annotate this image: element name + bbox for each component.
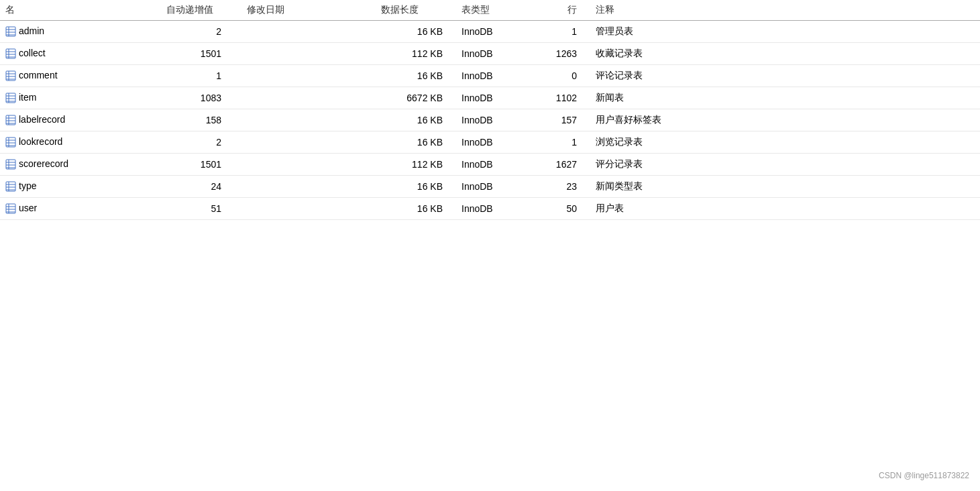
cell-name: collect (0, 43, 161, 65)
cell-rows: 1 (537, 21, 590, 43)
table-row[interactable]: comment116 KBInnoDB0评论记录表 (0, 65, 980, 87)
cell-modified-date (241, 87, 376, 109)
table-body: admin216 KBInnoDB1管理员表 collect1501112 KB… (0, 21, 980, 220)
cell-modified-date (241, 109, 376, 131)
cell-table-type: InnoDB (456, 198, 537, 220)
cell-data-size: 16 KB (376, 176, 456, 198)
table-icon (5, 93, 16, 103)
table-icon (5, 137, 16, 148)
cell-rows: 1263 (537, 43, 590, 65)
cell-name: lookrecord (0, 131, 161, 154)
cell-auto-increment: 158 (161, 109, 241, 131)
cell-modified-date (241, 21, 376, 43)
cell-rows: 23 (537, 176, 590, 198)
cell-auto-increment: 1 (161, 65, 241, 87)
watermark: CSDN @linge511873822 (879, 471, 969, 480)
cell-auto-increment: 1501 (161, 154, 241, 176)
cell-modified-date (241, 65, 376, 87)
cell-data-size: 16 KB (376, 131, 456, 154)
cell-auto-increment: 1083 (161, 87, 241, 109)
cell-auto-increment: 2 (161, 131, 241, 154)
col-header-modified-date: 修改日期 (241, 0, 376, 21)
cell-auto-increment: 2 (161, 21, 241, 43)
cell-table-type: InnoDB (456, 21, 537, 43)
cell-data-size: 16 KB (376, 109, 456, 131)
cell-table-type: InnoDB (456, 87, 537, 109)
cell-comment: 用户表 (590, 198, 980, 220)
col-header-data-size: 数据长度 (376, 0, 456, 21)
cell-name: item (0, 87, 161, 109)
col-header-table-type: 表类型 (456, 0, 537, 21)
cell-table-type: InnoDB (456, 109, 537, 131)
cell-modified-date (241, 131, 376, 154)
table-row[interactable]: admin216 KBInnoDB1管理员表 (0, 21, 980, 43)
cell-table-type: InnoDB (456, 65, 537, 87)
col-header-auto-increment: 自动递增值 (161, 0, 241, 21)
cell-name: labelrecord (0, 109, 161, 131)
cell-data-size: 16 KB (376, 21, 456, 43)
table-icon (5, 70, 16, 81)
cell-comment: 用户喜好标签表 (590, 109, 980, 131)
table-row[interactable]: collect1501112 KBInnoDB1263收藏记录表 (0, 43, 980, 65)
table-row[interactable]: user5116 KBInnoDB50用户表 (0, 198, 980, 220)
cell-comment: 新闻表 (590, 87, 980, 109)
table-icon (5, 159, 16, 170)
cell-rows: 1102 (537, 87, 590, 109)
cell-name: comment (0, 65, 161, 87)
cell-comment: 收藏记录表 (590, 43, 980, 65)
cell-comment: 评论记录表 (590, 65, 980, 87)
col-header-comment: 注释 (590, 0, 980, 21)
table-icon (5, 115, 16, 125)
cell-auto-increment: 24 (161, 176, 241, 198)
cell-comment: 评分记录表 (590, 154, 980, 176)
cell-rows: 50 (537, 198, 590, 220)
cell-modified-date (241, 154, 376, 176)
cell-name: scorerecord (0, 154, 161, 176)
cell-table-type: InnoDB (456, 43, 537, 65)
cell-comment: 新闻类型表 (590, 176, 980, 198)
cell-modified-date (241, 43, 376, 65)
cell-rows: 157 (537, 109, 590, 131)
cell-rows: 1627 (537, 154, 590, 176)
table-row[interactable]: labelrecord15816 KBInnoDB157用户喜好标签表 (0, 109, 980, 131)
table-row[interactable]: item10836672 KBInnoDB1102新闻表 (0, 87, 980, 109)
table-icon (5, 203, 16, 214)
cell-auto-increment: 51 (161, 198, 241, 220)
table-row[interactable]: scorerecord1501112 KBInnoDB1627评分记录表 (0, 154, 980, 176)
table-icon (5, 181, 16, 192)
cell-data-size: 16 KB (376, 198, 456, 220)
cell-table-type: InnoDB (456, 154, 537, 176)
table-row[interactable]: type2416 KBInnoDB23新闻类型表 (0, 176, 980, 198)
table-header-row: 名 自动递增值 修改日期 数据长度 表类型 行 注释 (0, 0, 980, 21)
cell-data-size: 6672 KB (376, 87, 456, 109)
cell-rows: 0 (537, 65, 590, 87)
cell-data-size: 112 KB (376, 43, 456, 65)
cell-rows: 1 (537, 131, 590, 154)
cell-comment: 浏览记录表 (590, 131, 980, 154)
table-icon (5, 48, 16, 59)
cell-modified-date (241, 198, 376, 220)
table-row[interactable]: lookrecord216 KBInnoDB1浏览记录表 (0, 131, 980, 154)
cell-name: type (0, 176, 161, 198)
database-tables-list: 名 自动递增值 修改日期 数据长度 表类型 行 注释 admin216 KBIn… (0, 0, 980, 220)
cell-modified-date (241, 176, 376, 198)
cell-table-type: InnoDB (456, 176, 537, 198)
col-header-name: 名 (0, 0, 161, 21)
cell-name: admin (0, 21, 161, 43)
table-icon (5, 26, 16, 37)
cell-data-size: 16 KB (376, 65, 456, 87)
cell-name: user (0, 198, 161, 220)
cell-table-type: InnoDB (456, 131, 537, 154)
col-header-rows: 行 (537, 0, 590, 21)
cell-comment: 管理员表 (590, 21, 980, 43)
cell-auto-increment: 1501 (161, 43, 241, 65)
cell-data-size: 112 KB (376, 154, 456, 176)
database-table-container: 名 自动递增值 修改日期 数据长度 表类型 行 注释 admin216 KBIn… (0, 0, 980, 220)
